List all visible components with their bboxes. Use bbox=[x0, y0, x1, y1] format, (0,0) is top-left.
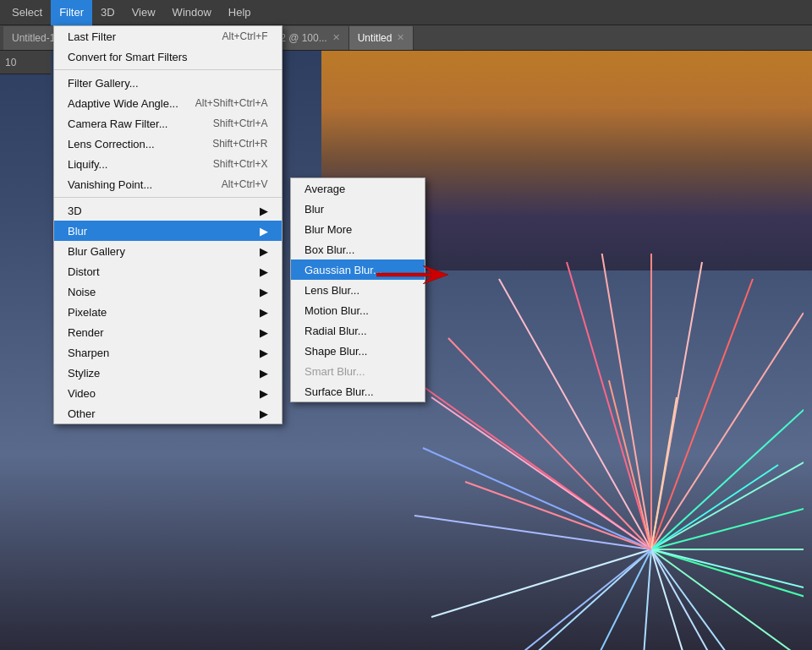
blur-shape-label: Shape Blur... bbox=[304, 345, 367, 358]
filter-noise[interactable]: Noise ▶ bbox=[54, 281, 282, 302]
blur-lens-label: Lens Blur... bbox=[304, 284, 359, 297]
menu-window[interactable]: Window bbox=[164, 0, 220, 25]
filter-blur-gallery-arrow: ▶ bbox=[260, 245, 268, 258]
filter-adaptive-shortcut: Alt+Shift+Ctrl+A bbox=[195, 97, 268, 109]
blur-smart-label: Smart Blur... bbox=[304, 365, 365, 378]
svg-line-27 bbox=[651, 549, 804, 592]
filter-lens-label: Lens Correction... bbox=[68, 138, 155, 150]
filter-3d[interactable]: 3D ▶ bbox=[54, 200, 282, 221]
blur-motion[interactable]: Motion Blur... bbox=[291, 300, 425, 320]
blur-average-label: Average bbox=[304, 183, 345, 195]
menu-select[interactable]: Select bbox=[3, 0, 51, 25]
blur-box[interactable]: Box Blur... bbox=[291, 239, 425, 259]
filter-sharpen-arrow: ▶ bbox=[260, 347, 268, 359]
filter-lens-shortcut: Shift+Ctrl+R bbox=[212, 138, 267, 150]
blur-surface[interactable]: Surface Blur... bbox=[291, 381, 425, 401]
blur-radial-label: Radial Blur... bbox=[304, 325, 367, 337]
filter-video[interactable]: Video ▶ bbox=[54, 383, 282, 403]
arrow-pointer bbox=[376, 265, 448, 284]
menu-filter[interactable]: Filter bbox=[51, 0, 92, 25]
filter-other-arrow: ▶ bbox=[260, 407, 268, 420]
tab-untitled[interactable]: Untitled ✕ bbox=[349, 26, 414, 50]
blur-blur[interactable]: Blur bbox=[291, 199, 425, 219]
svg-line-21 bbox=[431, 549, 651, 617]
filter-vanishing-shortcut: Alt+Ctrl+V bbox=[222, 178, 268, 190]
separator-1 bbox=[54, 69, 282, 70]
filter-blur-label: Blur bbox=[68, 225, 87, 238]
filter-stylize-arrow: ▶ bbox=[260, 367, 268, 380]
blur-radial[interactable]: Radial Blur... bbox=[291, 320, 425, 341]
filter-distort-label: Distort bbox=[68, 265, 100, 278]
filter-blur-gallery-label: Blur Gallery bbox=[68, 245, 125, 258]
filter-menu: Last Filter Alt+Ctrl+F Convert for Smart… bbox=[53, 25, 283, 424]
svg-line-15 bbox=[651, 549, 804, 650]
filter-last-filter[interactable]: Last Filter Alt+Ctrl+F bbox=[54, 26, 282, 46]
filter-pixelate-arrow: ▶ bbox=[260, 306, 268, 319]
menu-3d[interactable]: 3D bbox=[92, 0, 123, 25]
blur-shape[interactable]: Shape Blur... bbox=[291, 341, 425, 361]
svg-marker-31 bbox=[376, 265, 448, 284]
filter-distort[interactable]: Distort ▶ bbox=[54, 261, 282, 281]
filter-last-filter-label: Last Filter bbox=[68, 30, 116, 43]
tab-close-4[interactable]: ✕ bbox=[397, 32, 404, 43]
blur-motion-label: Motion Blur... bbox=[304, 304, 369, 317]
blur-surface-label: Surface Blur... bbox=[304, 385, 374, 398]
filter-3d-label: 3D bbox=[68, 205, 82, 217]
filter-liquify-shortcut: Shift+Ctrl+X bbox=[213, 158, 268, 170]
filter-camera-raw[interactable]: Camera Raw Filter... Shift+Ctrl+A bbox=[54, 113, 282, 134]
filter-gallery[interactable]: Filter Gallery... bbox=[54, 73, 282, 93]
filter-other-label: Other bbox=[68, 407, 96, 420]
filter-render-label: Render bbox=[68, 326, 104, 339]
filter-render[interactable]: Render ▶ bbox=[54, 322, 282, 342]
svg-line-22 bbox=[414, 516, 651, 549]
blur-gaussian-label: Gaussian Blur... bbox=[304, 264, 382, 276]
filter-convert-smart[interactable]: Convert for Smart Filters bbox=[54, 46, 282, 67]
filter-camera-label: Camera Raw Filter... bbox=[68, 117, 167, 130]
blur-smart: Smart Blur... bbox=[291, 361, 425, 381]
filter-last-filter-shortcut: Alt+Ctrl+F bbox=[222, 30, 268, 42]
filter-render-arrow: ▶ bbox=[260, 326, 268, 339]
svg-line-26 bbox=[651, 465, 778, 549]
svg-line-10 bbox=[651, 363, 804, 549]
filter-adaptive-wide[interactable]: Adaptive Wide Angle... Alt+Shift+Ctrl+A bbox=[54, 93, 282, 113]
zoom-value: 10 bbox=[5, 57, 16, 68]
separator-2 bbox=[54, 197, 282, 198]
filter-blur-gallery[interactable]: Blur Gallery ▶ bbox=[54, 241, 282, 261]
filter-pixelate-label: Pixelate bbox=[68, 306, 107, 319]
filter-noise-arrow: ▶ bbox=[260, 286, 268, 298]
svg-line-23 bbox=[423, 448, 651, 549]
filter-sharpen-label: Sharpen bbox=[68, 347, 109, 359]
svg-line-28 bbox=[651, 549, 736, 650]
filter-vanishing-label: Vanishing Point... bbox=[68, 178, 152, 191]
filter-gallery-label: Filter Gallery... bbox=[68, 77, 139, 90]
filter-lens-correction[interactable]: Lens Correction... Shift+Ctrl+R bbox=[54, 134, 282, 154]
filter-sharpen[interactable]: Sharpen ▶ bbox=[54, 342, 282, 363]
filter-adaptive-label: Adaptive Wide Angle... bbox=[68, 97, 178, 110]
filter-blur[interactable]: Blur ▶ bbox=[54, 221, 282, 241]
blur-average[interactable]: Average bbox=[291, 178, 425, 199]
filter-distort-arrow: ▶ bbox=[260, 265, 268, 278]
svg-line-29 bbox=[524, 549, 651, 650]
svg-line-12 bbox=[651, 482, 804, 549]
filter-stylize-label: Stylize bbox=[68, 367, 100, 380]
svg-line-14 bbox=[651, 549, 804, 617]
menu-help[interactable]: Help bbox=[220, 0, 260, 25]
filter-pixelate[interactable]: Pixelate ▶ bbox=[54, 302, 282, 322]
svg-line-25 bbox=[651, 397, 677, 549]
filter-blur-arrow: ▶ bbox=[260, 225, 268, 238]
blur-more[interactable]: Blur More bbox=[291, 219, 425, 239]
svg-line-30 bbox=[465, 482, 651, 549]
filter-liquify[interactable]: Liquify... Shift+Ctrl+X bbox=[54, 154, 282, 174]
filter-video-arrow: ▶ bbox=[260, 387, 268, 400]
filter-stylize[interactable]: Stylize ▶ bbox=[54, 363, 282, 383]
tab-close-3[interactable]: ✕ bbox=[332, 32, 340, 43]
filter-vanishing-point[interactable]: Vanishing Point... Alt+Ctrl+V bbox=[54, 174, 282, 194]
filter-convert-smart-label: Convert for Smart Filters bbox=[68, 51, 188, 63]
filter-other[interactable]: Other ▶ bbox=[54, 403, 282, 423]
blur-submenu: Average Blur Blur More Box Blur... Gauss… bbox=[290, 178, 425, 402]
blur-box-label: Box Blur... bbox=[304, 243, 354, 256]
tab-label: Untitled bbox=[358, 32, 392, 44]
menu-view[interactable]: View bbox=[123, 0, 164, 25]
blur-blur-label: Blur bbox=[304, 203, 324, 216]
filter-camera-shortcut: Shift+Ctrl+A bbox=[213, 117, 268, 129]
